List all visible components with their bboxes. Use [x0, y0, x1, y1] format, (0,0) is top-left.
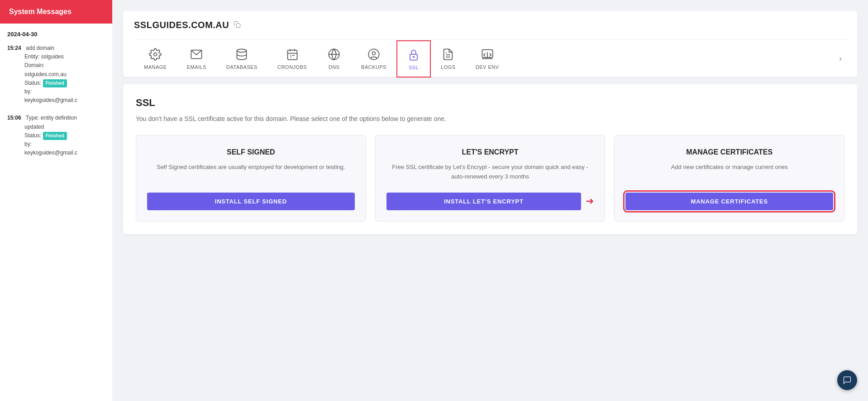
nav-label-dns: DNS	[329, 64, 340, 70]
svg-point-1	[154, 53, 157, 56]
ssl-option-manage-certs: MANAGE CERTIFICATES Add new certificates…	[614, 135, 844, 222]
databases-icon	[234, 47, 249, 62]
nav-item-emails[interactable]: EMAILS	[177, 40, 216, 77]
svg-point-14	[372, 52, 376, 55]
domain-title-row: SSLGUIDES.COM.AU	[134, 20, 846, 30]
nav-item-logs[interactable]: LOGS	[431, 40, 466, 77]
ssl-card: SSL You don't have a SSL certificate act…	[123, 84, 857, 234]
arrow-annotation: ➜	[586, 195, 594, 207]
log-entry-2: 15:06 Type: entity definition updated St…	[0, 111, 112, 160]
nav-item-manage[interactable]: MANAGE	[134, 40, 177, 77]
domain-card: SSLGUIDES.COM.AU MANAGE	[123, 11, 857, 77]
ssl-option-lets-encrypt: LET'S ENCRYPT Free SSL certificate by Le…	[375, 135, 606, 222]
log-time-1: 15:24	[7, 44, 24, 53]
ssl-option-self-signed: SELF SIGNED Self Signed certificates are…	[136, 135, 366, 222]
manage-certs-title: MANAGE CERTIFICATES	[686, 148, 773, 156]
cronjobs-icon	[285, 47, 300, 62]
ssl-description: You don't have a SSL certificate active …	[136, 115, 844, 122]
nav-item-dns[interactable]: DNS	[317, 40, 351, 77]
devenv-icon	[480, 47, 495, 62]
nav-label-databases: DATABASES	[226, 64, 258, 70]
self-signed-desc: Self Signed certificates are usually emp…	[157, 163, 345, 182]
nav-label-logs: LOGS	[441, 64, 456, 70]
chat-widget[interactable]	[837, 370, 857, 390]
domain-title: SSLGUIDES.COM.AU	[134, 20, 229, 30]
ssl-section-title: SSL	[136, 97, 844, 109]
manage-certs-desc: Add new certificates or manage current o…	[671, 163, 788, 182]
logs-icon	[441, 47, 455, 62]
svg-point-16	[413, 56, 414, 57]
nav-item-devenv[interactable]: DEV ENV	[466, 40, 509, 77]
lets-encrypt-desc: Free SSL certificate by Let's Encrypt - …	[386, 163, 594, 182]
main-content: SSLGUIDES.COM.AU MANAGE	[112, 0, 868, 401]
backups-icon	[367, 47, 381, 62]
svg-point-3	[237, 49, 247, 52]
dns-icon	[327, 47, 341, 62]
sidebar-header: System Messages	[0, 0, 112, 24]
sidebar-date: 2024-04-30	[0, 24, 112, 41]
nav-label-ssl: SSL	[409, 65, 419, 70]
copy-icon[interactable]	[234, 21, 241, 30]
nav-label-cronjobs: CRONJOBS	[277, 64, 307, 70]
nav-item-cronjobs[interactable]: CRONJOBS	[267, 40, 317, 77]
log-time-2: 15:06	[7, 114, 24, 122]
manage-certificates-button[interactable]: MANAGE CERTIFICATES	[625, 193, 833, 210]
install-lets-encrypt-button[interactable]: INSTALL LET'S ENCRYPT	[386, 193, 582, 210]
nav-icons-row: MANAGE EMAILS DATABASES	[134, 39, 846, 77]
self-signed-title: SELF SIGNED	[227, 148, 275, 156]
log-entry-1: 15:24 add domain Entity: sslguides Domai…	[0, 41, 112, 107]
svg-rect-0	[236, 24, 240, 28]
nav-item-ssl[interactable]: SSL	[396, 40, 431, 77]
nav-item-databases[interactable]: DATABASES	[216, 40, 267, 77]
nav-item-backups[interactable]: BACKUPS	[351, 40, 396, 77]
nav-label-emails: EMAILS	[187, 64, 206, 70]
ssl-options: SELF SIGNED Self Signed certificates are…	[136, 135, 844, 222]
install-self-signed-button[interactable]: INSTALL SELF SIGNED	[147, 193, 355, 210]
nav-label-manage: MANAGE	[144, 64, 167, 70]
nav-chevron-right[interactable]: ›	[835, 48, 846, 70]
status-badge-2: Finished	[43, 132, 67, 140]
nav-label-devenv: DEV ENV	[476, 64, 499, 70]
manage-icon	[148, 47, 162, 62]
status-badge-1: Finished	[43, 79, 67, 87]
lets-encrypt-title: LET'S ENCRYPT	[462, 148, 519, 156]
nav-label-backups: BACKUPS	[361, 64, 386, 70]
ssl-icon	[406, 48, 421, 62]
sidebar: System Messages 2024-04-30 15:24 add dom…	[0, 0, 112, 401]
sidebar-title: System Messages	[9, 8, 72, 16]
emails-icon	[189, 47, 204, 62]
svg-point-13	[368, 49, 379, 59]
svg-rect-4	[287, 50, 297, 60]
